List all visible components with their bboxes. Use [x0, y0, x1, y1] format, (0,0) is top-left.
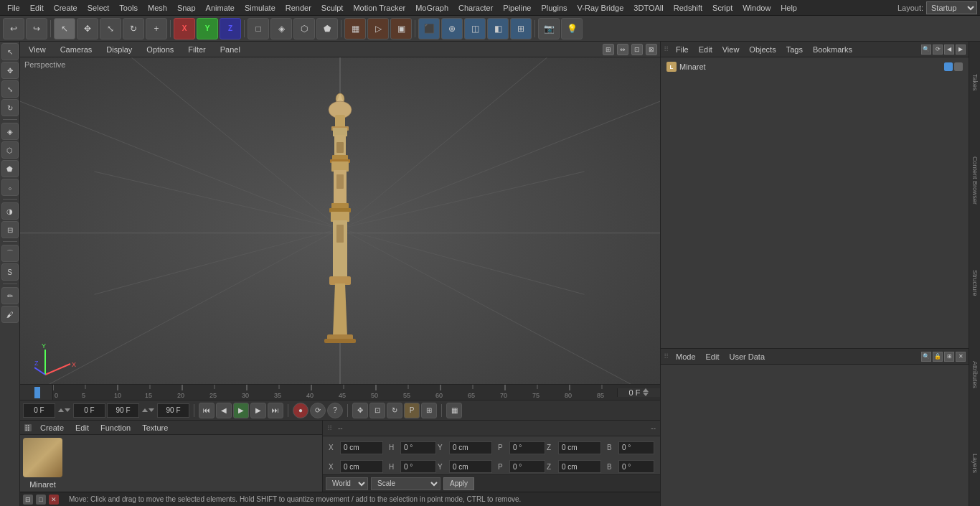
sb-symmetry[interactable]: ⊟	[1, 221, 19, 238]
render-button[interactable]: ▷	[367, 18, 389, 39]
record-button[interactable]: ●	[293, 403, 308, 418]
render-to-po-button[interactable]: ▣	[390, 18, 412, 39]
sb-brush[interactable]: ✏	[1, 287, 19, 304]
select-tool-button[interactable]: ↖	[54, 18, 75, 39]
persp-view-button[interactable]: ⬛	[418, 18, 440, 39]
om-refresh-button[interactable]: ⟳	[933, 44, 943, 55]
apply-button[interactable]: Apply	[443, 477, 474, 490]
menu-plugins[interactable]: Plugins	[537, 2, 571, 14]
am-tab-mode[interactable]: Mode	[673, 351, 699, 362]
sb-move[interactable]: ✥	[1, 62, 19, 79]
om-tab-file[interactable]: File	[673, 44, 692, 55]
menu-mograph[interactable]: MoGraph	[411, 2, 453, 14]
am-search-button[interactable]: 🔍	[921, 352, 931, 362]
mat-tab-create[interactable]: Create	[37, 422, 67, 434]
menu-mesh[interactable]: Mesh	[143, 2, 171, 14]
am-lock-button[interactable]: 🔒	[933, 352, 943, 362]
x-axis-button[interactable]: X	[174, 18, 195, 39]
menu-3dtoall[interactable]: 3DTOAll	[629, 2, 667, 14]
menu-help[interactable]: Help	[776, 2, 801, 14]
om-dot-blue[interactable]	[944, 62, 953, 71]
sb-edge[interactable]: ⬦	[1, 179, 19, 196]
preview-start-input[interactable]	[73, 403, 105, 418]
menu-character[interactable]: Character	[454, 2, 497, 14]
mat-tab-edit[interactable]: Edit	[72, 422, 92, 434]
object-mode-button[interactable]: □	[248, 18, 269, 39]
world-dropdown[interactable]: World Object Global	[326, 477, 368, 490]
point-mode-button[interactable]: ⬟	[316, 18, 338, 39]
om-item-minaret[interactable]: L Minaret	[664, 60, 966, 73]
status-icon-3[interactable]: ✕	[49, 495, 59, 505]
vp-tab-cameras[interactable]: Cameras	[55, 44, 98, 55]
om-collapse-button[interactable]: ◀	[944, 44, 954, 55]
material-item[interactable]: Minaret	[23, 438, 62, 489]
om-tab-edit[interactable]: Edit	[696, 44, 715, 55]
sb-select[interactable]: ↖	[1, 43, 19, 60]
om-search-button[interactable]: 🔍	[921, 44, 931, 55]
pb-tool-3[interactable]: ↻	[387, 403, 402, 418]
transform-button[interactable]: +	[146, 18, 167, 39]
top-view-button[interactable]: ⊕	[441, 18, 463, 39]
attr-sz-input[interactable]	[558, 460, 601, 473]
undo-button[interactable]: ↩	[3, 18, 24, 39]
om-tab-tags[interactable]: Tags	[783, 44, 806, 55]
am-expand-button[interactable]: ⊞	[944, 352, 954, 362]
attr-sy-input[interactable]	[449, 460, 492, 473]
menu-window[interactable]: Window	[738, 2, 775, 14]
vp-tab-filter[interactable]: Filter	[182, 44, 211, 55]
am-tab-userdata[interactable]: User Data	[727, 351, 768, 362]
sb-spline[interactable]: S	[1, 263, 19, 281]
om-tab-view[interactable]: View	[720, 44, 743, 55]
menu-edit[interactable]: Edit	[26, 2, 48, 14]
om-tab-bookmarks[interactable]: Bookmarks	[810, 44, 855, 55]
sb-paint[interactable]: 🖌	[1, 306, 19, 323]
pb-tool-5[interactable]: ⊞	[421, 403, 437, 418]
attr-y-input[interactable]	[449, 441, 492, 454]
start-up[interactable]	[58, 408, 64, 412]
right-view-button[interactable]: ◧	[487, 18, 509, 39]
menu-redshift[interactable]: Redshift	[669, 2, 707, 14]
am-close-button[interactable]: ✕	[956, 352, 966, 362]
frame-down-arrow[interactable]	[643, 393, 649, 396]
edge-tab-structure[interactable]: Structure	[970, 267, 980, 299]
pb-tool-2[interactable]: ⊡	[369, 403, 385, 418]
vp-tab-view[interactable]: View	[23, 44, 52, 55]
edge-tab-layers[interactable]: Layers	[970, 451, 980, 476]
sb-rotate[interactable]: ↻	[1, 99, 19, 116]
attr-p2-input[interactable]	[509, 460, 545, 473]
last-frame-button[interactable]: ⏭	[268, 403, 283, 418]
attr-z-input[interactable]	[558, 441, 601, 454]
om-expand-button[interactable]: ▶	[956, 44, 966, 55]
minaret-model[interactable]	[311, 92, 369, 357]
timeline-ruler[interactable]: 0 5 10 15 20 25 30 35	[53, 385, 617, 400]
start-down[interactable]	[65, 408, 70, 412]
mat-tab-texture[interactable]: Texture	[139, 422, 171, 434]
layout-dropdown[interactable]: Startup Standard Modeling	[926, 1, 977, 14]
menu-render[interactable]: Render	[281, 2, 316, 14]
edge-tab-takes[interactable]: Takes	[970, 71, 980, 94]
am-tab-edit[interactable]: Edit	[703, 351, 722, 362]
menu-script[interactable]: Script	[708, 2, 737, 14]
preview-end-input[interactable]	[107, 403, 139, 418]
vp-tab-options[interactable]: Options	[141, 44, 179, 55]
z-axis-button[interactable]: Z	[220, 18, 241, 39]
vp-ctrl-4[interactable]: ⊠	[646, 44, 657, 55]
vp-ctrl-3[interactable]: ⊡	[631, 44, 643, 55]
first-frame-button[interactable]: ⏮	[199, 403, 215, 418]
sb-poly[interactable]: ⬡	[1, 141, 19, 159]
attr-x-input[interactable]	[340, 441, 383, 454]
menu-motion-tracker[interactable]: Motion Tracker	[349, 2, 410, 14]
grid-view-button[interactable]: ⊞	[510, 18, 532, 39]
sb-mirror[interactable]: ◑	[1, 202, 19, 220]
prev-key-button[interactable]: ◀	[216, 403, 232, 418]
timeline[interactable]: 0 5 10 15 20 25 30 35	[20, 384, 660, 400]
pb-tool-1[interactable]: ✥	[352, 403, 368, 418]
attr-h2-input[interactable]	[400, 460, 436, 473]
sb-scale[interactable]: ⤡	[1, 80, 19, 98]
y-axis-button[interactable]: Y	[197, 18, 218, 39]
material-thumbnail[interactable]	[23, 438, 62, 477]
sb-bend[interactable]: ⌒	[1, 245, 19, 262]
front-view-button[interactable]: ◫	[464, 18, 486, 39]
status-icon-2[interactable]: □	[36, 495, 46, 505]
edge-mode-button[interactable]: ⬡	[293, 18, 315, 39]
